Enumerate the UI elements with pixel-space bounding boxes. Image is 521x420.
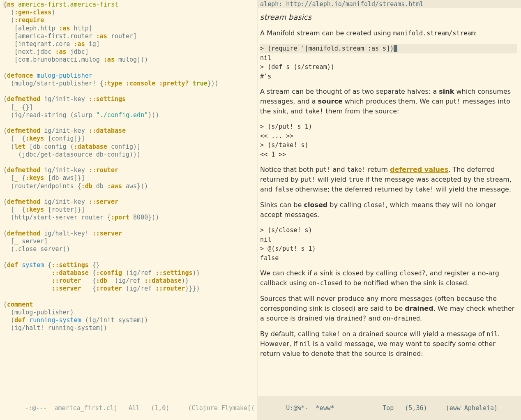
code-buffer[interactable]: (ns america-first.america-first (:gen-cl… [0, 0, 257, 396]
code-block-2: > (s/put! s 1) << ... >> > (s/take! s) <… [260, 122, 517, 159]
code-block-1: > (require '[manifold.stream :as s]) nil… [260, 44, 517, 81]
para-drained: Sources that will never produce any more… [260, 294, 517, 323]
para-deferred: Notice that both put! and take! return d… [260, 165, 517, 194]
right-window[interactable]: aleph: http://aleph.io/manifold/streams.… [258, 0, 521, 420]
right-modeline: U:@%*- *eww* Top (5,36) (eww Apheleia) [258, 396, 521, 420]
para-closedq: We can check if a sink is closed by call… [260, 268, 517, 288]
eww-url-bar[interactable]: aleph: http://aleph.io/manifold/streams.… [258, 0, 521, 8]
emacs-frame: (ns america-first.america-first (:gen-cl… [0, 0, 521, 420]
left-window[interactable]: (ns america-first.america-first (:gen-cl… [0, 0, 258, 420]
page-title: stream basics [260, 12, 517, 23]
cursor [394, 45, 397, 52]
para-intro: A Manifold stream can be created using m… [260, 28, 517, 38]
code-block-3: > (s/close! s) nil > @(s/put! s 1) false [260, 226, 517, 263]
eww-buffer[interactable]: stream basics A Manifold stream can be c… [258, 8, 521, 396]
para-take-nil: By default, calling take! on a drained s… [260, 329, 517, 359]
left-modeline: -:@--- america_first.clj All (1,0) (Cloj… [0, 396, 257, 420]
para-closed: Sinks can be closed by calling close!, w… [260, 200, 517, 220]
para-sink-source: A stream can be thought of as two separa… [260, 87, 517, 116]
deferred-values-link[interactable]: deferred values [390, 166, 448, 173]
